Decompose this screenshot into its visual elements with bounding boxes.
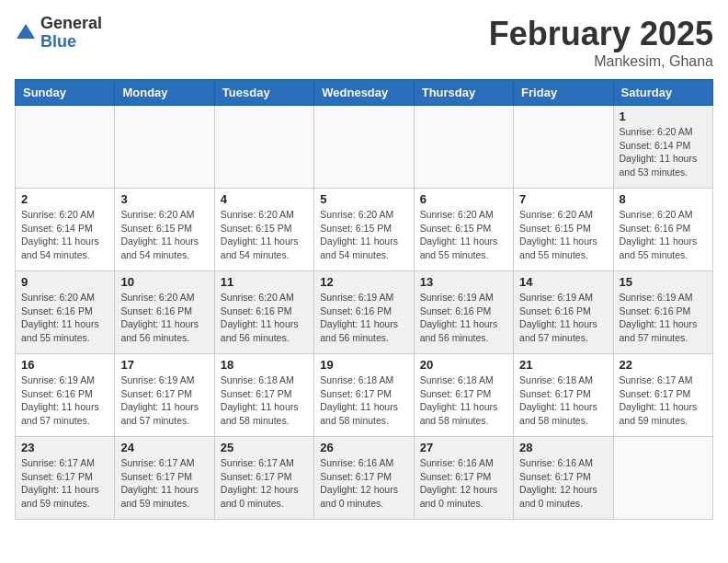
day-number: 16 xyxy=(21,358,108,372)
calendar-week-row: 16Sunrise: 6:19 AM Sunset: 6:16 PM Dayli… xyxy=(16,354,713,437)
calendar-cell: 18Sunrise: 6:18 AM Sunset: 6:17 PM Dayli… xyxy=(214,354,313,437)
day-number: 23 xyxy=(21,441,108,454)
calendar-cell: 8Sunrise: 6:20 AM Sunset: 6:16 PM Daylig… xyxy=(613,189,712,271)
calendar-cell: 6Sunrise: 6:20 AM Sunset: 6:15 PM Daylig… xyxy=(414,189,513,271)
day-info: Sunrise: 6:18 AM Sunset: 6:17 PM Dayligh… xyxy=(320,373,407,428)
weekday-header-wednesday: Wednesday xyxy=(314,80,414,106)
calendar-cell: 11Sunrise: 6:20 AM Sunset: 6:16 PM Dayli… xyxy=(214,271,313,354)
day-info: Sunrise: 6:20 AM Sunset: 6:16 PM Dayligh… xyxy=(120,291,208,345)
day-number: 5 xyxy=(320,192,407,206)
calendar-cell: 13Sunrise: 6:19 AM Sunset: 6:16 PM Dayli… xyxy=(414,271,513,354)
day-info: Sunrise: 6:20 AM Sunset: 6:16 PM Dayligh… xyxy=(221,291,308,345)
weekday-header-thursday: Thursday xyxy=(414,80,513,106)
day-info: Sunrise: 6:20 AM Sunset: 6:15 PM Dayligh… xyxy=(519,208,607,262)
day-number: 14 xyxy=(519,275,607,289)
svg-marker-0 xyxy=(17,24,35,39)
calendar-week-row: 2Sunrise: 6:20 AM Sunset: 6:14 PM Daylig… xyxy=(16,189,713,271)
day-number: 7 xyxy=(519,192,607,206)
calendar-week-row: 1Sunrise: 6:20 AM Sunset: 6:14 PM Daylig… xyxy=(16,106,713,189)
day-info: Sunrise: 6:19 AM Sunset: 6:16 PM Dayligh… xyxy=(21,373,108,428)
day-info: Sunrise: 6:20 AM Sunset: 6:15 PM Dayligh… xyxy=(320,208,407,262)
day-info: Sunrise: 6:17 AM Sunset: 6:17 PM Dayligh… xyxy=(620,373,707,428)
calendar-cell: 21Sunrise: 6:18 AM Sunset: 6:17 PM Dayli… xyxy=(514,354,613,437)
day-number: 28 xyxy=(519,441,607,454)
day-number: 17 xyxy=(120,358,208,372)
day-number: 1 xyxy=(620,109,707,123)
calendar-cell: 7Sunrise: 6:20 AM Sunset: 6:15 PM Daylig… xyxy=(514,189,613,271)
calendar-cell: 19Sunrise: 6:18 AM Sunset: 6:17 PM Dayli… xyxy=(314,354,414,437)
calendar-cell: 25Sunrise: 6:17 AM Sunset: 6:17 PM Dayli… xyxy=(214,437,313,520)
day-number: 26 xyxy=(320,441,407,454)
day-number: 11 xyxy=(221,275,308,289)
logo-blue: Blue xyxy=(40,33,102,52)
calendar-cell: 28Sunrise: 6:16 AM Sunset: 6:17 PM Dayli… xyxy=(514,437,613,520)
day-info: Sunrise: 6:20 AM Sunset: 6:14 PM Dayligh… xyxy=(21,208,108,262)
calendar-title: February 2025 xyxy=(489,15,713,53)
calendar-cell: 10Sunrise: 6:20 AM Sunset: 6:16 PM Dayli… xyxy=(115,271,214,354)
day-info: Sunrise: 6:19 AM Sunset: 6:16 PM Dayligh… xyxy=(620,291,707,345)
weekday-header-friday: Friday xyxy=(514,80,613,106)
calendar-cell xyxy=(16,106,115,189)
calendar-cell: 1Sunrise: 6:20 AM Sunset: 6:14 PM Daylig… xyxy=(613,106,712,189)
calendar-cell: 23Sunrise: 6:17 AM Sunset: 6:17 PM Dayli… xyxy=(16,437,115,520)
day-info: Sunrise: 6:20 AM Sunset: 6:16 PM Dayligh… xyxy=(620,208,707,262)
calendar-cell: 5Sunrise: 6:20 AM Sunset: 6:15 PM Daylig… xyxy=(314,189,414,271)
calendar-cell xyxy=(514,106,613,189)
calendar-cell: 22Sunrise: 6:17 AM Sunset: 6:17 PM Dayli… xyxy=(613,354,712,437)
calendar-subtitle: Mankesim, Ghana xyxy=(489,53,713,70)
calendar-cell: 17Sunrise: 6:19 AM Sunset: 6:17 PM Dayli… xyxy=(115,354,214,437)
calendar-cell xyxy=(314,106,414,189)
title-block: February 2025 Mankesim, Ghana xyxy=(489,15,713,70)
day-number: 24 xyxy=(120,441,208,454)
calendar-cell: 27Sunrise: 6:16 AM Sunset: 6:17 PM Dayli… xyxy=(414,437,513,520)
calendar-cell: 12Sunrise: 6:19 AM Sunset: 6:16 PM Dayli… xyxy=(314,271,414,354)
calendar-table: SundayMondayTuesdayWednesdayThursdayFrid… xyxy=(15,79,713,520)
day-number: 21 xyxy=(519,358,607,372)
calendar-cell: 4Sunrise: 6:20 AM Sunset: 6:15 PM Daylig… xyxy=(214,189,313,271)
day-info: Sunrise: 6:20 AM Sunset: 6:15 PM Dayligh… xyxy=(420,208,507,262)
page-header: General Blue February 2025 Mankesim, Gha… xyxy=(15,15,713,70)
logo-icon xyxy=(15,22,37,44)
day-number: 10 xyxy=(120,275,208,289)
day-info: Sunrise: 6:17 AM Sunset: 6:17 PM Dayligh… xyxy=(221,456,308,511)
day-info: Sunrise: 6:20 AM Sunset: 6:15 PM Dayligh… xyxy=(221,208,308,262)
calendar-cell xyxy=(414,106,513,189)
day-info: Sunrise: 6:19 AM Sunset: 6:16 PM Dayligh… xyxy=(320,291,407,345)
logo: General Blue xyxy=(15,15,102,52)
day-number: 4 xyxy=(221,192,308,206)
calendar-cell: 24Sunrise: 6:17 AM Sunset: 6:17 PM Dayli… xyxy=(115,437,214,520)
day-info: Sunrise: 6:18 AM Sunset: 6:17 PM Dayligh… xyxy=(519,373,607,428)
calendar-cell xyxy=(214,106,313,189)
logo-text: General Blue xyxy=(40,15,102,52)
day-number: 12 xyxy=(320,275,407,289)
day-info: Sunrise: 6:18 AM Sunset: 6:17 PM Dayligh… xyxy=(420,373,507,428)
day-number: 15 xyxy=(620,275,707,289)
calendar-cell xyxy=(613,437,712,520)
day-info: Sunrise: 6:19 AM Sunset: 6:17 PM Dayligh… xyxy=(120,373,208,428)
weekday-header-sunday: Sunday xyxy=(16,80,115,106)
day-info: Sunrise: 6:18 AM Sunset: 6:17 PM Dayligh… xyxy=(221,373,308,428)
calendar-week-row: 9Sunrise: 6:20 AM Sunset: 6:16 PM Daylig… xyxy=(16,271,713,354)
day-info: Sunrise: 6:17 AM Sunset: 6:17 PM Dayligh… xyxy=(120,456,208,511)
calendar-cell: 15Sunrise: 6:19 AM Sunset: 6:16 PM Dayli… xyxy=(613,271,712,354)
day-number: 19 xyxy=(320,358,407,372)
day-info: Sunrise: 6:20 AM Sunset: 6:14 PM Dayligh… xyxy=(620,125,707,179)
calendar-cell: 2Sunrise: 6:20 AM Sunset: 6:14 PM Daylig… xyxy=(16,189,115,271)
weekday-header-monday: Monday xyxy=(115,80,214,106)
calendar-cell: 16Sunrise: 6:19 AM Sunset: 6:16 PM Dayli… xyxy=(16,354,115,437)
day-number: 2 xyxy=(21,192,108,206)
day-number: 13 xyxy=(420,275,507,289)
day-info: Sunrise: 6:20 AM Sunset: 6:15 PM Dayligh… xyxy=(120,208,208,262)
day-number: 22 xyxy=(620,358,707,372)
day-info: Sunrise: 6:17 AM Sunset: 6:17 PM Dayligh… xyxy=(21,456,108,511)
day-info: Sunrise: 6:19 AM Sunset: 6:16 PM Dayligh… xyxy=(420,291,507,345)
day-info: Sunrise: 6:16 AM Sunset: 6:17 PM Dayligh… xyxy=(519,456,607,511)
day-number: 3 xyxy=(120,192,208,206)
weekday-header-tuesday: Tuesday xyxy=(214,80,313,106)
calendar-cell: 20Sunrise: 6:18 AM Sunset: 6:17 PM Dayli… xyxy=(414,354,513,437)
day-info: Sunrise: 6:20 AM Sunset: 6:16 PM Dayligh… xyxy=(21,291,108,345)
day-number: 27 xyxy=(420,441,507,454)
calendar-cell: 3Sunrise: 6:20 AM Sunset: 6:15 PM Daylig… xyxy=(115,189,214,271)
day-info: Sunrise: 6:16 AM Sunset: 6:17 PM Dayligh… xyxy=(320,456,407,511)
day-number: 8 xyxy=(620,192,707,206)
